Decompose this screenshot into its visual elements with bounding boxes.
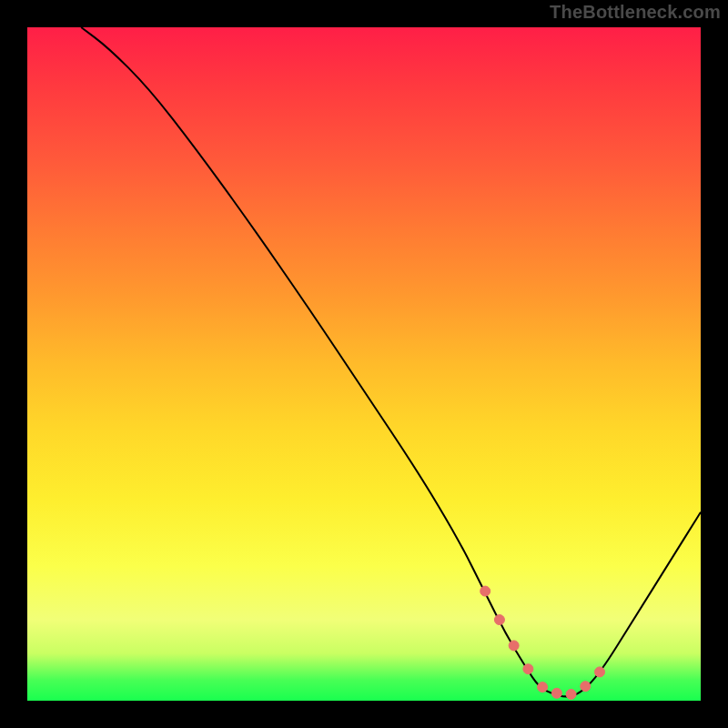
dip-marker-dot [538, 682, 548, 693]
dip-marker-dot [595, 667, 605, 677]
green-band-dots [480, 586, 605, 699]
dip-marker-dot [581, 682, 591, 692]
watermark-text: TheBottleneck.com [550, 2, 721, 23]
dip-marker-dot [494, 615, 504, 625]
dip-marker-dot [523, 664, 533, 674]
chart-svg [27, 27, 701, 701]
dip-marker-dot [566, 689, 576, 699]
bottleneck-curve [81, 27, 701, 696]
chart-frame: TheBottleneck.com [0, 0, 728, 728]
dip-marker-dot [509, 641, 519, 651]
dip-marker-dot [480, 586, 490, 596]
plot-area [27, 27, 701, 701]
dip-marker-dot [551, 688, 561, 698]
